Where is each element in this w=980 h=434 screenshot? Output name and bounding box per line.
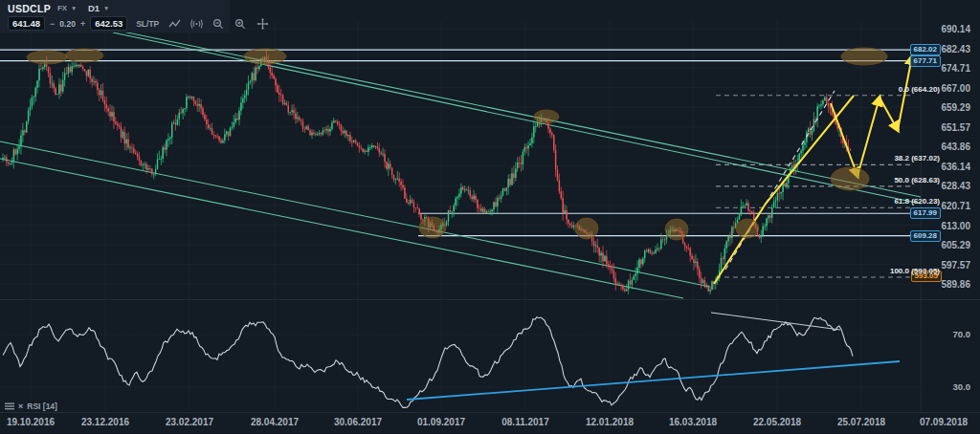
chart-toolbar: USDCLP FX ▾ D1 ▾ 641.48 − 0.20 + 642.53 … <box>0 0 230 33</box>
projection-arrow[interactable] <box>880 98 898 130</box>
y-axis-label: 651.57 <box>941 122 970 133</box>
highlight-ellipse[interactable] <box>534 110 559 123</box>
x-axis-label: 16.03.2018 <box>669 417 717 427</box>
move-icon[interactable] <box>256 18 269 30</box>
y-axis-label: 636.14 <box>941 162 970 172</box>
signal-icon[interactable] <box>190 18 203 30</box>
symbol-label[interactable]: USDCLP <box>8 3 51 14</box>
x-axis-label: 12.01.2018 <box>586 417 634 427</box>
market-label: FX <box>57 4 67 12</box>
x-axis-label: 19.10.2016 <box>7 417 55 427</box>
rsi-legend: × RSI [14] <box>5 401 57 411</box>
chart-canvas[interactable] <box>0 0 980 434</box>
fib-label: 61.8 (620.23) <box>894 197 940 206</box>
yellow-trendline[interactable] <box>714 96 854 284</box>
y-axis-label: 674.71 <box>941 63 970 74</box>
x-axis-label: 28.04.2017 <box>251 417 299 427</box>
symbol-dropdown-caret[interactable]: ▾ <box>72 5 76 12</box>
x-axis-label: 01.09.2017 <box>417 417 465 427</box>
highlight-ellipse[interactable] <box>736 219 759 238</box>
x-axis-label: 07.09.2018 <box>920 417 968 427</box>
spread-value: 0.20 <box>59 19 76 29</box>
price-tag: 609.28 <box>910 230 941 242</box>
highlight-ellipse[interactable] <box>831 167 869 190</box>
timeframe-dropdown-caret[interactable]: ▾ <box>104 5 108 12</box>
fib-label: 0.0 (664.20) <box>899 85 940 94</box>
timeframe-label[interactable]: D1 <box>88 3 100 13</box>
highlight-ellipse[interactable] <box>27 51 67 64</box>
x-axis-label: 30.06.2017 <box>334 417 382 427</box>
x-axis-label: 08.11.2017 <box>501 417 549 427</box>
fib-label: 100.0 (593.05) <box>890 267 940 275</box>
projection-arrow[interactable] <box>858 98 880 176</box>
close-icon[interactable]: × <box>18 402 23 411</box>
y-axis-label: 628.43 <box>941 181 970 191</box>
y-axis-label: 643.86 <box>941 141 970 152</box>
highlight-ellipse[interactable] <box>665 219 688 240</box>
highlight-ellipse[interactable] <box>419 217 446 238</box>
trading-chart-app: 690.14682.43674.71667.00659.29651.57643.… <box>0 0 980 434</box>
spread-decrease-button[interactable]: − <box>49 19 56 29</box>
grid <box>0 21 921 411</box>
y-axis-label: 682.43 <box>941 44 970 54</box>
x-axis-label: 22.05.2018 <box>753 417 801 427</box>
indicator-name[interactable]: RSI [14] <box>27 401 57 411</box>
rsi-support-trendline[interactable] <box>407 361 900 400</box>
menu-icon[interactable] <box>5 402 14 410</box>
price-tag: 617.99 <box>910 207 941 219</box>
rsi-oversold-label: 30.0 <box>953 381 971 392</box>
rsi-line <box>3 317 853 408</box>
trendline-icon[interactable] <box>168 18 181 30</box>
y-axis-label: 605.29 <box>941 240 970 250</box>
y-axis-label: 659.29 <box>941 102 970 113</box>
y-axis-label: 690.14 <box>941 24 970 34</box>
sltp-button[interactable]: SL/TP <box>136 19 159 29</box>
price-tag: 682.02 <box>910 44 941 55</box>
projection-arrow[interactable] <box>831 103 858 176</box>
channel-trendline[interactable] <box>0 141 710 287</box>
x-axis-label: 25.07.2018 <box>837 417 885 427</box>
sell-button[interactable]: 641.48 <box>8 16 45 31</box>
x-axis-label: 23.12.2016 <box>81 417 129 427</box>
highlight-ellipse[interactable] <box>575 218 598 239</box>
y-axis-label: 597.57 <box>941 260 970 271</box>
fib-label: 38.2 (637.02) <box>894 154 940 163</box>
y-axis-label: 667.00 <box>941 83 970 94</box>
x-axis-label: 23.02.2017 <box>166 417 213 427</box>
candles-group <box>2 51 851 294</box>
highlight-ellipse[interactable] <box>841 48 887 65</box>
y-axis-label: 613.00 <box>941 221 970 231</box>
rsi-resistance-trendline[interactable] <box>711 313 840 330</box>
y-axis-label: 589.86 <box>941 279 970 290</box>
fib-label: 50.0 (628.63) <box>894 176 940 184</box>
zoom-out-icon[interactable] <box>212 18 225 30</box>
spread-increase-button[interactable]: + <box>79 19 86 29</box>
zoom-in-icon[interactable] <box>234 18 247 30</box>
rsi-overbought-label: 70.0 <box>953 329 971 339</box>
y-axis-label: 620.71 <box>941 201 970 211</box>
highlight-ellipse[interactable] <box>65 49 103 62</box>
highlight-ellipse[interactable] <box>244 49 286 64</box>
price-tag: 677.71 <box>910 55 941 67</box>
buy-button[interactable]: 642.53 <box>90 16 127 31</box>
